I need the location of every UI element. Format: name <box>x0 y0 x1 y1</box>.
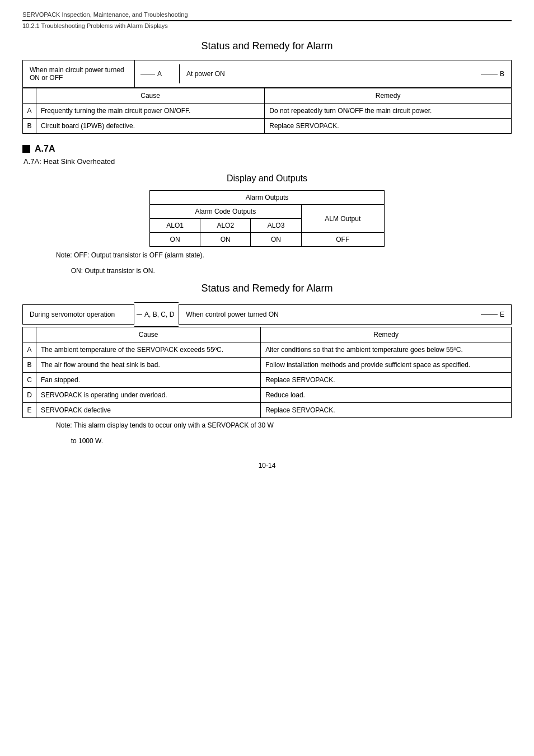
row-remedy: Follow installation methods and provide … <box>261 358 512 373</box>
row-remedy: Reduce load. <box>261 388 512 403</box>
header-sub: 10.2.1 Troubleshooting Problems with Ala… <box>22 22 512 29</box>
section3-note: Note: This alarm display tends to occur … <box>56 421 512 445</box>
table1-col0 <box>23 88 36 104</box>
table-row: A The ambient temperature of the SERVOPA… <box>23 342 512 358</box>
table-row: B Circuit board (1PWB) defective. Replac… <box>23 119 512 134</box>
table1-col-remedy: Remedy <box>265 88 512 104</box>
section2-notes: Note: OFF: Output transistor is OFF (ala… <box>56 251 512 275</box>
row-cause: SERVOPACK is operating under overload. <box>36 388 261 403</box>
section3-note-line2: to 1000 W. <box>56 437 512 445</box>
row-remedy: Alter conditions so that the ambient tem… <box>261 342 512 358</box>
section3-title: Status and Remedy for Alarm <box>22 283 512 294</box>
section3-note-line1: Note: This alarm display tends to occur … <box>56 421 512 429</box>
table2-col-remedy: Remedy <box>261 327 512 342</box>
page-container: SERVOPACK Inspection, Maintenance, and T… <box>0 0 534 756</box>
table-row: D SERVOPACK is operating under overload.… <box>23 388 512 403</box>
alo3-header: ALO3 <box>251 219 301 233</box>
table-row: C Fan stopped. Replace SERVOPACK. <box>23 373 512 388</box>
section1-table: Cause Remedy A Frequently turning the ma… <box>22 88 512 134</box>
row-label: C <box>23 373 36 388</box>
table2-col-cause: Cause <box>36 327 261 342</box>
alo2-header: ALO2 <box>200 219 251 233</box>
alarm-title: A.7A <box>35 144 55 154</box>
row-cause: The air flow around the heat sink is bad… <box>36 358 261 373</box>
row-cause: The ambient temperature of the SERVOPACK… <box>36 342 261 358</box>
row-cause: SERVOPACK defective <box>36 403 261 418</box>
row-cause: Frequently turning the main circuit powe… <box>36 104 265 119</box>
diagram2-container: During servomotor operation A, B, C, D W… <box>22 302 512 327</box>
alm-output-header: ALM Output <box>301 205 384 233</box>
row-cause: Circuit board (1PWB) defective. <box>36 119 265 134</box>
alarm-code-header: Alarm Code Outputs <box>150 205 302 219</box>
row-label: B <box>23 119 36 134</box>
row-label: A <box>23 342 36 358</box>
row-label: D <box>23 388 36 403</box>
alarm-heading: A.7A <box>22 144 512 154</box>
header-sub-text: 10.2.1 Troubleshooting Problems with Ala… <box>22 22 168 29</box>
diagram1-arrow: A <box>135 64 180 83</box>
alarm-outputs-table: Alarm Outputs Alarm Code Outputs ALM Out… <box>149 190 385 247</box>
table-row: E SERVOPACK defective Replace SERVOPACK. <box>23 403 512 418</box>
diagram2-right: When control power turned ON E <box>179 304 512 325</box>
alarm-subtitle: A.7A: Heat Sink Overheated <box>24 157 512 166</box>
page-number: 10-14 <box>22 462 512 469</box>
diagram1-left: When main circuit power turned ON or OFF <box>23 60 135 87</box>
diagram1-right: At power ON B <box>180 64 511 83</box>
alo1-val: ON <box>150 233 200 247</box>
section2-title: Display and Outputs <box>22 173 512 184</box>
header-top: SERVOPACK Inspection, Maintenance, and T… <box>22 11 512 21</box>
note-line-2: ON: Output transistor is ON. <box>56 267 512 275</box>
row-remedy: Replace SERVOPACK. <box>261 403 512 418</box>
alo1-header: ALO1 <box>150 219 200 233</box>
row-label: A <box>23 104 36 119</box>
alo3-val: ON <box>251 233 301 247</box>
note-line-1: Note: OFF: Output transistor is OFF (ala… <box>56 251 512 259</box>
bullet-icon <box>22 145 30 153</box>
row-label: B <box>23 358 36 373</box>
diagram2-arrow: A, B, C, D <box>134 302 179 327</box>
alm-val: OFF <box>301 233 384 247</box>
section3-table: Cause Remedy A The ambient temperature o… <box>22 327 512 418</box>
table1-col-cause: Cause <box>36 88 265 104</box>
table-row: A Frequently turning the main circuit po… <box>23 104 512 119</box>
table-row: B The air flow around the heat sink is b… <box>23 358 512 373</box>
row-remedy: Replace SERVOPACK. <box>265 119 512 134</box>
alarm-outputs-header: Alarm Outputs <box>150 191 385 205</box>
alo2-val: ON <box>200 233 251 247</box>
row-cause: Fan stopped. <box>36 373 261 388</box>
diagram2-left: During servomotor operation <box>22 304 134 325</box>
row-remedy: Do not repeatedly turn ON/OFF the main c… <box>265 104 512 119</box>
table2-col0 <box>23 327 36 342</box>
header-top-text: SERVOPACK Inspection, Maintenance, and T… <box>22 11 188 18</box>
row-remedy: Replace SERVOPACK. <box>261 373 512 388</box>
row-label: E <box>23 403 36 418</box>
section1-title: Status and Remedy for Alarm <box>22 40 512 52</box>
